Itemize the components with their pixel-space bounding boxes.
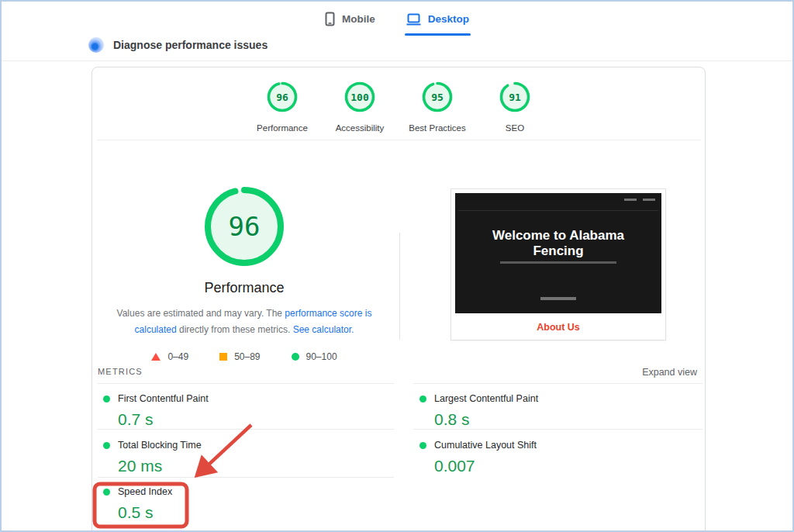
metric-value: 0.5 s [118, 503, 172, 522]
tab-mobile-label: Mobile [342, 13, 375, 25]
header-divider [2, 60, 792, 61]
metric-total-blocking-time: Total Blocking Time 20 ms [103, 440, 202, 475]
thumbnail-about-us-link: About Us [537, 322, 580, 333]
svg-text:95: 95 [431, 92, 444, 103]
tab-desktop-label: Desktop [428, 13, 469, 25]
metrics-header-divider-left [98, 383, 394, 384]
report-card: 96 Performance 100 Accessibility 95 Bes [91, 67, 706, 532]
metric-cumulative-layout-shift: Cumulative Layout Shift 0.007 [419, 440, 537, 475]
metric-value: 20 ms [118, 457, 202, 475]
section-divider [97, 140, 701, 140]
metrics-section-title: METRICS [98, 367, 143, 376]
expand-view-button[interactable]: Expand view [642, 367, 697, 378]
score-legend: 0–49 50–89 90–100 [92, 351, 396, 362]
gauge-seo[interactable]: 91 SEO [485, 81, 544, 133]
legend-average: 50–89 [219, 351, 260, 362]
category-scores: 96 Performance 100 Accessibility 95 Bes [92, 81, 705, 133]
metric-name: First Contentful Paint [118, 393, 209, 404]
pass-dot-icon [419, 442, 426, 449]
mobile-phone-icon [325, 12, 335, 26]
gauge-best-practices-label: Best Practices [408, 123, 467, 133]
thumbnail-subtitle-placeholder [500, 261, 616, 264]
pulse-dot-icon [88, 37, 104, 53]
disclaimer-text-mid: directly from these metrics. [177, 324, 293, 335]
metric-value: 0.007 [434, 457, 537, 475]
svg-text:96: 96 [276, 92, 288, 103]
pass-dot-icon [419, 396, 426, 402]
metric-value: 0.7 s [118, 410, 209, 429]
performance-summary: 96 Performance Values are estimated and … [92, 184, 396, 362]
metric-largest-contentful-paint: Largest Contentful Paint 0.8 s [419, 393, 538, 429]
thumbnail-heading: Welcome to Alabama Fencing [469, 228, 647, 259]
metric-first-contentful-paint: First Contentful Paint 0.7 s [103, 393, 209, 429]
tab-desktop[interactable]: Desktop [405, 9, 471, 36]
legend-average-range: 50–89 [234, 351, 260, 362]
metric-divider [98, 429, 394, 430]
legend-fail-range: 0–49 [167, 351, 188, 362]
gauge-accessibility[interactable]: 100 Accessibility [330, 81, 389, 133]
metric-name: Total Blocking Time [118, 440, 202, 451]
svg-text:96: 96 [229, 211, 261, 242]
thumbnail-nav-links [624, 199, 655, 201]
pass-dot-icon [103, 442, 110, 449]
metric-divider [413, 429, 703, 430]
gauge-performance[interactable]: 96 Performance [253, 81, 312, 133]
see-calculator-link[interactable]: See calculator. [293, 324, 354, 335]
vertical-divider [399, 233, 400, 340]
diagnose-section-header[interactable]: Diagnose performance issues [88, 37, 268, 53]
gauge-best-practices[interactable]: 95 Best Practices [408, 81, 467, 133]
metric-name: Speed Index [118, 486, 172, 497]
pass-dot-icon [103, 489, 110, 496]
svg-text:91: 91 [509, 92, 521, 103]
site-screenshot-image: Welcome to Alabama Fencing [455, 193, 661, 313]
thumbnail-phone-placeholder [540, 297, 576, 300]
performance-title: Performance [92, 280, 396, 296]
score-disclaimer: Values are estimated and may vary. The p… [105, 306, 384, 338]
tab-mobile[interactable]: Mobile [323, 9, 377, 36]
metric-value: 0.8 s [434, 410, 538, 429]
metric-name: Cumulative Layout Shift [434, 440, 537, 451]
red-triangle-icon [151, 353, 161, 361]
metrics-header-divider-right [413, 383, 703, 384]
thumbnail-nav-divider [458, 210, 658, 211]
gauge-performance-label: Performance [253, 123, 312, 133]
active-tab-underline [405, 33, 471, 36]
green-circle-icon [292, 353, 299, 361]
metric-divider [98, 477, 394, 478]
legend-fail: 0–49 [151, 351, 188, 362]
desktop-icon [406, 13, 421, 26]
legend-pass: 90–100 [292, 351, 337, 362]
diagnose-label: Diagnose performance issues [113, 39, 268, 51]
gauge-accessibility-label: Accessibility [330, 123, 389, 133]
disclaimer-text: Values are estimated and may vary. The [117, 308, 285, 319]
performance-score-gauge: 96 [202, 184, 287, 269]
svg-text:100: 100 [350, 92, 369, 103]
site-screenshot-thumbnail[interactable]: Welcome to Alabama Fencing About Us [451, 188, 666, 340]
device-tabs: Mobile Desktop [2, 9, 792, 36]
legend-pass-range: 90–100 [306, 351, 337, 362]
pass-dot-icon [103, 396, 110, 402]
metric-speed-index: Speed Index 0.5 s [103, 486, 172, 522]
gauge-seo-label: SEO [485, 123, 544, 133]
orange-square-icon [219, 353, 227, 361]
metric-name: Largest Contentful Paint [434, 393, 538, 404]
pagespeed-report: Mobile Desktop Diagnose performance issu… [0, 0, 794, 532]
thumbnail-footer: About Us [455, 313, 661, 340]
